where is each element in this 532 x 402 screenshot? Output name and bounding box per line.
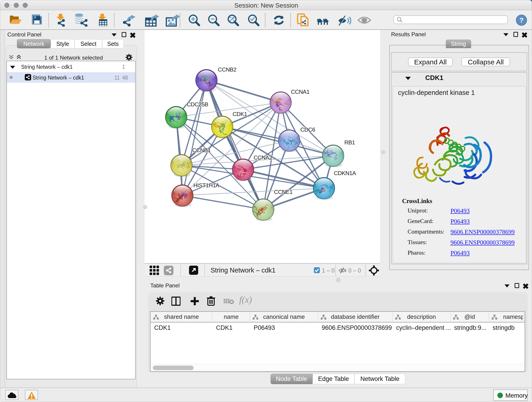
svg-text:CCNB1: CCNB1	[192, 147, 211, 153]
svg-text:CDKN1A: CDKN1A	[334, 170, 356, 176]
svg-text:CCNA2: CCNA2	[254, 154, 272, 161]
svg-text:CDC6: CDC6	[300, 127, 315, 133]
svg-text:CDC25B: CDC25B	[187, 101, 208, 108]
svg-text:CCNA1: CCNA1	[291, 89, 310, 95]
svg-text:CCNB2: CCNB2	[218, 66, 236, 73]
svg-text:CDK1: CDK1	[233, 111, 247, 117]
svg-text:CCNE1: CCNE1	[274, 189, 293, 195]
svg-text:RB1: RB1	[344, 139, 355, 146]
svg-text:HIST1H1A: HIST1H1A	[193, 182, 220, 188]
svg-text:?: ?	[519, 16, 524, 24]
